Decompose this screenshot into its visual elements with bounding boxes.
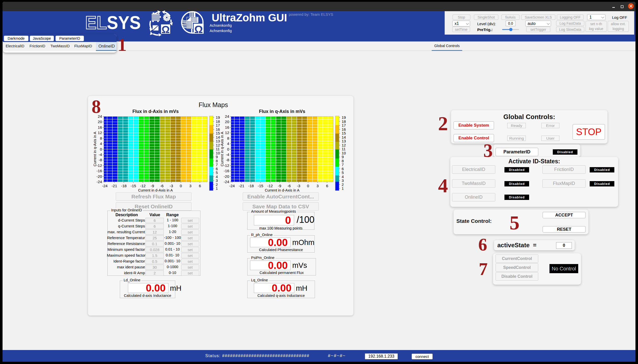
svg-text:5: 5 bbox=[216, 170, 218, 175]
svg-text:10: 10 bbox=[342, 151, 346, 155]
svg-text:17: 17 bbox=[216, 123, 220, 127]
svg-text:-18: -18 bbox=[121, 184, 127, 188]
svg-text:7: 7 bbox=[216, 163, 218, 167]
svg-text:Current in q-Axis in A: Current in q-Axis in A bbox=[220, 132, 224, 167]
svg-text:-3: -3 bbox=[170, 184, 173, 188]
svg-text:-12: -12 bbox=[140, 184, 146, 188]
svg-text:8: 8 bbox=[216, 159, 218, 163]
svg-text:13: 13 bbox=[216, 139, 220, 143]
svg-text:16: 16 bbox=[216, 127, 220, 132]
svg-text:-16: -16 bbox=[96, 169, 102, 173]
svg-text:7: 7 bbox=[342, 163, 344, 167]
svg-text:-24: -24 bbox=[102, 184, 108, 188]
svg-text:-12: -12 bbox=[96, 163, 102, 168]
svg-text:6: 6 bbox=[342, 167, 344, 171]
svg-text:19: 19 bbox=[216, 115, 220, 120]
svg-text:6: 6 bbox=[216, 167, 218, 171]
svg-text:16: 16 bbox=[225, 125, 229, 129]
svg-text:3: 3 bbox=[189, 184, 191, 188]
svg-text:20: 20 bbox=[98, 120, 102, 124]
svg-text:-24: -24 bbox=[224, 180, 229, 184]
svg-text:15: 15 bbox=[342, 131, 346, 135]
svg-text:-15: -15 bbox=[130, 184, 136, 188]
svg-text:0: 0 bbox=[180, 184, 182, 188]
svg-text:8: 8 bbox=[227, 136, 229, 140]
svg-text:1: 1 bbox=[216, 186, 218, 191]
svg-text:0: 0 bbox=[100, 147, 102, 151]
svg-text:0: 0 bbox=[227, 147, 229, 151]
svg-text:-18: -18 bbox=[248, 184, 254, 188]
svg-text:-12: -12 bbox=[267, 184, 273, 188]
svg-text:2: 2 bbox=[342, 182, 344, 187]
svg-text:16: 16 bbox=[342, 127, 346, 132]
svg-text:12: 12 bbox=[98, 130, 102, 135]
svg-text:3: 3 bbox=[316, 184, 318, 188]
svg-text:-4: -4 bbox=[99, 152, 102, 157]
svg-text:12: 12 bbox=[342, 143, 346, 147]
svg-text:2: 2 bbox=[216, 182, 218, 187]
svg-text:Current in q-Axis in A: Current in q-Axis in A bbox=[93, 132, 97, 167]
svg-text:-4: -4 bbox=[226, 152, 229, 157]
svg-text:-3: -3 bbox=[297, 184, 300, 188]
svg-text:4: 4 bbox=[227, 141, 229, 146]
svg-text:6: 6 bbox=[326, 184, 328, 188]
svg-text:-8: -8 bbox=[226, 158, 229, 162]
svg-text:24: 24 bbox=[225, 114, 229, 119]
svg-text:3: 3 bbox=[216, 178, 218, 183]
svg-text:14: 14 bbox=[216, 135, 220, 139]
svg-text:4: 4 bbox=[100, 141, 102, 146]
svg-text:-24: -24 bbox=[229, 184, 235, 188]
svg-text:1: 1 bbox=[342, 186, 344, 191]
svg-text:-20: -20 bbox=[224, 174, 229, 179]
svg-text:-21: -21 bbox=[112, 184, 117, 188]
svg-text:8: 8 bbox=[342, 159, 344, 163]
svg-text:4: 4 bbox=[342, 174, 344, 179]
svg-text:9: 9 bbox=[216, 155, 218, 159]
svg-text:Ω: Ω bbox=[194, 23, 203, 35]
svg-text:14: 14 bbox=[342, 135, 346, 139]
svg-text:11: 11 bbox=[216, 147, 220, 151]
svg-text:-21: -21 bbox=[239, 184, 244, 188]
svg-text:6: 6 bbox=[199, 184, 201, 188]
svg-text:18: 18 bbox=[216, 119, 220, 124]
svg-text:9: 9 bbox=[342, 155, 344, 159]
svg-text:11: 11 bbox=[342, 147, 346, 151]
svg-text:-6: -6 bbox=[287, 184, 291, 188]
svg-text:-12: -12 bbox=[224, 163, 229, 168]
svg-text:-6: -6 bbox=[160, 184, 164, 188]
svg-text:-9: -9 bbox=[278, 184, 281, 188]
svg-text:-20: -20 bbox=[96, 174, 102, 179]
svg-text:19: 19 bbox=[342, 115, 346, 120]
svg-text:5: 5 bbox=[342, 170, 344, 175]
svg-text:10: 10 bbox=[216, 151, 220, 155]
svg-text:Current in d-Axis in A: Current in d-Axis in A bbox=[265, 188, 300, 192]
svg-text:20: 20 bbox=[225, 120, 229, 124]
svg-text:-9: -9 bbox=[151, 184, 154, 188]
svg-text:Current in d-Axis in A: Current in d-Axis in A bbox=[138, 188, 173, 192]
svg-text:12: 12 bbox=[225, 130, 229, 135]
svg-text:18: 18 bbox=[342, 119, 346, 124]
svg-text:16: 16 bbox=[98, 125, 102, 129]
svg-text:-15: -15 bbox=[258, 184, 263, 188]
svg-text:17: 17 bbox=[342, 123, 346, 127]
svg-text:3: 3 bbox=[342, 178, 344, 183]
svg-text:4: 4 bbox=[216, 174, 218, 179]
svg-text:Ω: Ω bbox=[162, 24, 170, 35]
svg-text:-16: -16 bbox=[224, 169, 229, 173]
svg-text:-24: -24 bbox=[96, 180, 102, 184]
svg-text:12: 12 bbox=[216, 143, 220, 147]
svg-text:15: 15 bbox=[216, 131, 220, 135]
svg-text:0: 0 bbox=[307, 184, 309, 188]
svg-text:8: 8 bbox=[100, 136, 102, 140]
svg-text:-8: -8 bbox=[99, 158, 102, 162]
svg-text:13: 13 bbox=[342, 139, 346, 143]
